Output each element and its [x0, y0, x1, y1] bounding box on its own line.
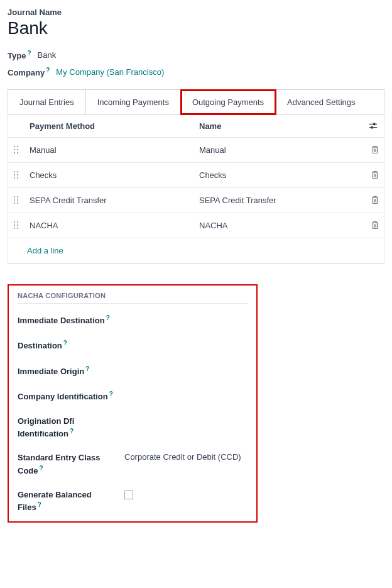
- tabs: Journal Entries Incoming Payments Outgoi…: [8, 89, 384, 115]
- tab-journal-entries[interactable]: Journal Entries: [8, 90, 86, 114]
- col-header-name: Name: [194, 115, 364, 138]
- svg-point-23: [17, 221, 18, 223]
- drag-handle-icon[interactable]: [13, 221, 19, 230]
- svg-point-21: [17, 202, 18, 204]
- nacha-immediate-origin-label: Immediate Origin?: [18, 365, 113, 378]
- journal-name-label: Journal Name: [8, 8, 384, 17]
- svg-point-3: [371, 126, 373, 128]
- cell-name[interactable]: Checks: [194, 162, 364, 187]
- svg-point-18: [14, 199, 15, 201]
- tab-outgoing-payments[interactable]: Outgoing Payments: [181, 90, 276, 114]
- help-icon[interactable]: ?: [46, 67, 50, 74]
- tab-incoming-payments[interactable]: Incoming Payments: [86, 90, 181, 114]
- svg-point-11: [17, 171, 18, 172]
- nacha-immediate-destination-label: Immediate Destination?: [18, 314, 113, 327]
- nacha-configuration-section: NACHA CONFIGURATION Immediate Destinatio…: [8, 284, 258, 523]
- tab-advanced-settings[interactable]: Advanced Settings: [276, 90, 366, 114]
- drag-handle-icon[interactable]: [13, 170, 19, 179]
- add-line-link[interactable]: Add a line: [8, 238, 384, 263]
- help-icon[interactable]: ?: [109, 391, 113, 397]
- trash-icon[interactable]: [369, 170, 379, 179]
- trash-icon[interactable]: [369, 196, 379, 204]
- svg-point-14: [14, 177, 15, 179]
- svg-point-6: [14, 149, 15, 150]
- help-icon[interactable]: ?: [106, 314, 110, 321]
- svg-point-25: [17, 225, 18, 226]
- svg-point-20: [14, 202, 15, 204]
- nacha-generate-balanced-checkbox[interactable]: [124, 491, 133, 499]
- nacha-secc-label: Standard Entry Class Code?: [18, 452, 113, 477]
- svg-point-27: [17, 228, 18, 229]
- svg-point-4: [14, 146, 15, 147]
- svg-point-12: [14, 174, 15, 175]
- svg-point-16: [14, 196, 15, 197]
- cell-method[interactable]: Manual: [24, 137, 194, 162]
- nacha-company-identification-label: Company Identification?: [18, 390, 113, 403]
- svg-point-17: [17, 196, 18, 197]
- nacha-generate-balanced-label: Generate Balanced Files?: [18, 489, 113, 514]
- svg-point-24: [14, 225, 15, 226]
- table-row[interactable]: Checks Checks: [8, 162, 384, 187]
- col-header-method: Payment Method: [24, 115, 194, 138]
- svg-point-13: [17, 174, 18, 175]
- journal-name-value[interactable]: Bank: [8, 18, 384, 38]
- trash-icon[interactable]: [369, 145, 379, 154]
- svg-point-8: [14, 152, 15, 153]
- payment-methods-table: Payment Method Name Manual Manual Checks…: [8, 115, 384, 263]
- svg-point-9: [17, 152, 18, 153]
- trash-icon[interactable]: [369, 221, 379, 230]
- help-icon[interactable]: ?: [85, 365, 89, 372]
- nacha-destination-label: Destination?: [18, 339, 113, 352]
- type-value: Bank: [38, 50, 57, 60]
- svg-point-7: [17, 149, 18, 150]
- type-label: Type?: [8, 50, 31, 60]
- nacha-title: NACHA CONFIGURATION: [18, 292, 248, 304]
- cell-method[interactable]: NACHA: [24, 213, 194, 238]
- cell-name[interactable]: NACHA: [194, 213, 364, 238]
- help-icon[interactable]: ?: [40, 465, 43, 472]
- help-icon[interactable]: ?: [70, 428, 74, 435]
- table-row[interactable]: SEPA Credit Transfer SEPA Credit Transfe…: [8, 187, 384, 213]
- drag-handle-icon[interactable]: [13, 196, 19, 204]
- table-row[interactable]: NACHA NACHA: [8, 213, 384, 238]
- cell-method[interactable]: Checks: [24, 162, 194, 187]
- table-row[interactable]: Manual Manual: [8, 137, 384, 162]
- help-icon[interactable]: ?: [63, 340, 67, 347]
- svg-point-15: [17, 177, 18, 179]
- help-icon[interactable]: ?: [38, 501, 41, 508]
- svg-point-26: [14, 228, 15, 229]
- svg-point-19: [17, 199, 18, 201]
- sliders-icon[interactable]: [369, 121, 378, 130]
- drag-handle-icon[interactable]: [13, 145, 19, 154]
- help-icon[interactable]: ?: [27, 50, 31, 57]
- nacha-secc-value[interactable]: Corporate Credit or Debit (CCD): [124, 452, 248, 462]
- company-label: Company?: [8, 67, 50, 77]
- cell-name[interactable]: Manual: [194, 137, 364, 162]
- svg-point-22: [14, 221, 15, 223]
- cell-method[interactable]: SEPA Credit Transfer: [24, 187, 194, 213]
- svg-point-5: [17, 146, 18, 147]
- svg-point-1: [373, 123, 375, 125]
- nacha-origination-dfi-label: Origination Dfi Identification?: [18, 416, 113, 440]
- svg-point-10: [14, 171, 15, 172]
- cell-name[interactable]: SEPA Credit Transfer: [194, 187, 364, 213]
- company-value-link[interactable]: My Company (San Francisco): [56, 67, 164, 77]
